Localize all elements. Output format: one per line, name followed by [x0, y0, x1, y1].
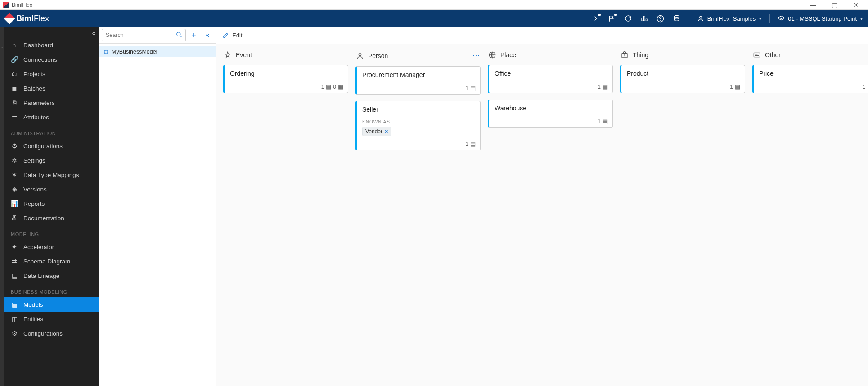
svg-point-21 [624, 55, 625, 56]
sidebar-item-models[interactable]: ▦Models [4, 297, 99, 312]
chip-label: Vendor [365, 128, 382, 135]
close-button[interactable]: ✕ [849, 1, 863, 9]
top-bar: BimlFlex BimlFlex_Samples ▾ [0, 10, 868, 27]
sidebar-item-data-lineage[interactable]: ▤Data Lineage [4, 268, 99, 283]
window-title: BimlFlex [12, 2, 32, 8]
main-content: Edit EventOrdering1▤0▦Person⋯Procurement… [216, 27, 868, 386]
sidebar-item-batches[interactable]: ≣Batches [4, 81, 99, 95]
search-input[interactable] [102, 29, 186, 41]
chip-remove-icon[interactable]: ✕ [384, 129, 388, 135]
svg-rect-22 [754, 53, 760, 57]
sidebar-item-configurations[interactable]: ⚙Configurations [4, 139, 99, 153]
collapse-sidebar-button[interactable]: « [92, 30, 95, 36]
synonym-chip[interactable]: Vendor✕ [362, 127, 391, 136]
attributes-icon: ≔ [11, 114, 18, 121]
sidebar-item-label: Versions [23, 186, 47, 193]
board: EventOrdering1▤0▦Person⋯Procurement Mana… [216, 44, 868, 386]
card-warehouse[interactable]: Warehouse1▤ [488, 100, 613, 128]
other-icon [753, 51, 761, 59]
connections-icon: 🔗 [11, 56, 18, 63]
divider [769, 14, 770, 23]
user-icon [697, 15, 704, 22]
sidebar-item-label: Schema Diagram [23, 258, 70, 265]
sidebar-item-label: Reports [23, 200, 45, 207]
database-icon[interactable] [673, 14, 681, 23]
version-select[interactable]: 01 - MSSQL Starting Point ▾ [778, 15, 863, 22]
reports-icon: 📊 [11, 200, 18, 207]
maximize-button[interactable]: ▢ [828, 1, 841, 9]
sidebar-item-data-type-mappings[interactable]: ✶Data Type Mappings [4, 168, 99, 182]
sidebar-item-versions[interactable]: ◈Versions [4, 182, 99, 196]
sidebar-item-accelerator[interactable]: ✦Accelerator [4, 240, 99, 254]
versions-icon: ◈ [11, 186, 18, 193]
schema-diagram-icon: ⇄ [11, 258, 18, 265]
sidebar-item-attributes[interactable]: ≔Attributes [4, 110, 99, 124]
command-icon[interactable] [592, 14, 600, 23]
card-office[interactable]: Office1▤ [488, 65, 613, 93]
sidebar-item-label: Parameters [23, 100, 55, 106]
customer-select[interactable]: BimlFlex_Samples ▾ [697, 15, 762, 22]
person-icon [356, 52, 364, 59]
card-procurement-manager[interactable]: Procurement Manager1▤ [355, 66, 481, 95]
add-button[interactable]: + [189, 30, 199, 41]
minimize-button[interactable]: — [806, 1, 819, 9]
sidebar-item-label: Models [23, 301, 43, 308]
chevron-down-icon: ▾ [759, 16, 761, 21]
badge-icon: ▤ [603, 83, 608, 90]
section-modeling: MODELING [4, 225, 99, 240]
sidebar-item-parameters[interactable]: ⎘Parameters [4, 95, 99, 110]
parameters-icon: ⎘ [11, 99, 18, 106]
thing-icon [621, 51, 629, 59]
tree-item-label: MyBusinessModel [112, 49, 157, 55]
main-toolbar: Edit [216, 27, 868, 44]
sidebar-item-settings[interactable]: ✲Settings [4, 153, 99, 168]
badge-count: 0 [333, 84, 336, 90]
svg-point-18 [359, 53, 361, 55]
column-header: Place [485, 47, 616, 63]
card-title: Office [495, 70, 608, 77]
search-icon[interactable] [176, 32, 182, 38]
help-icon[interactable] [657, 14, 665, 23]
card-ordering[interactable]: Ordering1▤0▦ [223, 65, 348, 93]
badge-count: 1 [321, 84, 324, 90]
flag-icon[interactable] [608, 14, 616, 23]
brand: BimlFlex [5, 14, 49, 23]
column-more-button[interactable]: ⋯ [472, 51, 480, 60]
edit-button[interactable]: Edit [232, 32, 242, 39]
badge-icon: ▤ [326, 83, 331, 90]
rail-icon[interactable]: ◦ [1, 45, 3, 50]
sidebar-item-connections[interactable]: 🔗Connections [4, 52, 99, 67]
collapse-tree-button[interactable]: « [202, 30, 213, 41]
card-title: Product [627, 70, 740, 77]
batches-icon: ≣ [11, 85, 18, 92]
column-title: Place [500, 51, 516, 59]
refresh-icon[interactable] [624, 14, 632, 23]
sidebar-item-dashboard[interactable]: ⌂Dashboard [4, 38, 99, 52]
sidebar: « ⌂Dashboard🔗Connections🗂Projects≣Batche… [4, 27, 99, 386]
badge-icon: ▤ [603, 118, 608, 125]
sidebar-item-configurations[interactable]: ⚙Configurations [4, 326, 99, 341]
card-product[interactable]: Product1▤ [620, 65, 745, 93]
column-header: Other [750, 47, 868, 63]
left-rail: ◦ [0, 27, 4, 386]
analytics-icon[interactable] [640, 14, 648, 23]
sidebar-item-projects[interactable]: 🗂Projects [4, 67, 99, 81]
card-title: Procurement Manager [362, 71, 476, 78]
card-seller[interactable]: SellerKNOWN ASVendor✕1▤ [355, 101, 481, 150]
svg-rect-1 [643, 16, 645, 21]
sidebar-item-schema-diagram[interactable]: ⇄Schema Diagram [4, 254, 99, 268]
column-title: Person [368, 52, 388, 59]
data-lineage-icon: ▤ [11, 272, 18, 279]
badge-icon: ▦ [338, 83, 343, 90]
section-business: BUSINESS MODELING [4, 283, 99, 297]
window-titlebar: BimlFlex — ▢ ✕ [0, 0, 868, 10]
tree-item-model[interactable]: MyBusinessModel [99, 46, 216, 57]
sidebar-item-entities[interactable]: ◫Entities [4, 312, 99, 326]
sidebar-item-label: Data Lineage [23, 272, 59, 279]
card-price[interactable]: Price1▤ [752, 65, 868, 93]
svg-rect-20 [622, 54, 627, 58]
configurations-icon: ⚙ [11, 330, 18, 337]
svg-marker-7 [778, 16, 784, 19]
sidebar-item-documentation[interactable]: 🖶Documentation [4, 211, 99, 225]
sidebar-item-reports[interactable]: 📊Reports [4, 196, 99, 211]
